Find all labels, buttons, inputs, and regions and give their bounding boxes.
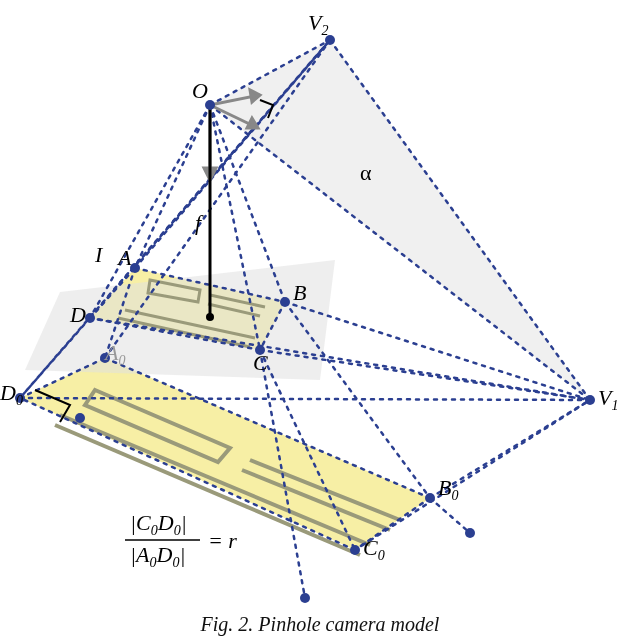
label-D0: D0 <box>0 380 23 408</box>
svg-point-57 <box>465 528 475 538</box>
ratio-expression: |C0D0| |A0D0| = r <box>125 510 237 570</box>
label-B: B <box>293 280 306 305</box>
label-O: O <box>192 78 208 103</box>
figure-caption: Fig. 2. Pinhole camera model <box>0 613 640 636</box>
label-f: f <box>195 210 204 235</box>
label-I: I <box>94 242 104 267</box>
svg-text:= r: = r <box>208 528 237 553</box>
label-B0: B0 <box>438 475 458 503</box>
label-C: C <box>253 350 268 375</box>
svg-point-50 <box>280 297 290 307</box>
svg-point-45 <box>206 313 214 321</box>
label-D: D <box>69 302 86 327</box>
svg-text:|A0D0|: |A0D0| <box>130 542 185 570</box>
svg-point-49 <box>130 263 140 273</box>
svg-line-8 <box>135 105 210 268</box>
svg-line-17 <box>430 498 470 533</box>
label-alpha: α <box>360 160 372 185</box>
svg-point-58 <box>300 593 310 603</box>
label-A: A <box>116 245 132 270</box>
label-C0: C0 <box>363 535 385 563</box>
svg-point-54 <box>425 493 435 503</box>
label-V1: V1 <box>598 385 618 413</box>
svg-point-59 <box>75 413 85 423</box>
label-V2: V2 <box>308 10 328 38</box>
svg-text:|C0D0|: |C0D0| <box>130 510 187 538</box>
svg-point-52 <box>85 313 95 323</box>
svg-line-36 <box>430 400 590 498</box>
svg-point-47 <box>585 395 595 405</box>
svg-point-55 <box>350 545 360 555</box>
